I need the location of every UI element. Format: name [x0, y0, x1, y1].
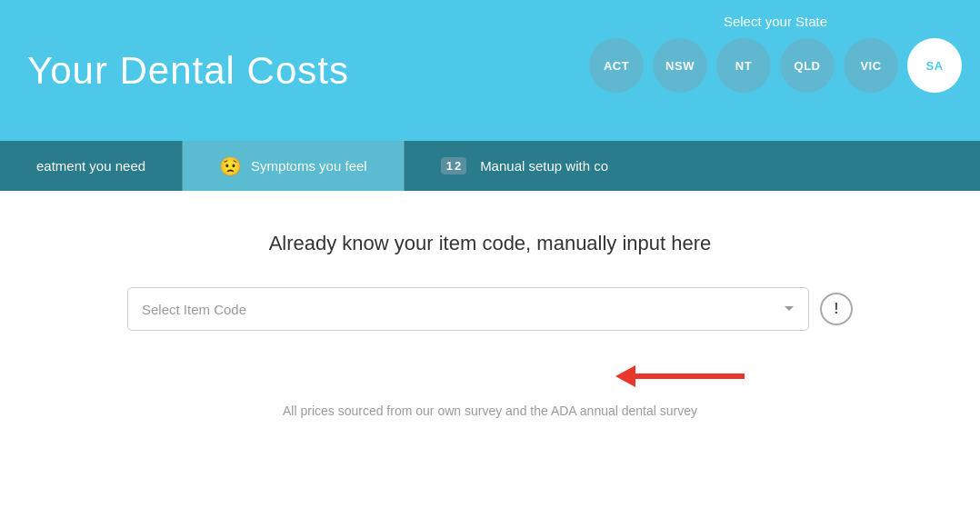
state-btn-sa[interactable]: SA: [907, 38, 962, 93]
symptoms-icon: 😟: [219, 155, 242, 177]
arrow-body: [635, 374, 745, 379]
item-code-select[interactable]: Select Item Code: [127, 287, 809, 331]
nav-item-treatment[interactable]: eatment you need: [0, 141, 182, 191]
state-btn-qld[interactable]: QLD: [780, 38, 835, 93]
state-buttons: ACT NSW NT QLD VIC SA: [589, 38, 962, 93]
state-selector-label: Select your State: [724, 14, 827, 29]
arrow-head: [615, 365, 635, 387]
info-button[interactable]: !: [820, 293, 853, 325]
red-arrow: [615, 365, 745, 387]
main-title: Already know your item code, manually in…: [269, 232, 712, 255]
nav-item-treatment-label: eatment you need: [36, 158, 145, 174]
dropdown-row: Select Item Code !: [127, 287, 853, 331]
state-btn-vic[interactable]: VIC: [844, 38, 898, 93]
manual-number-icon: 12: [441, 157, 466, 174]
nav-item-manual[interactable]: 12 Manual setup with co: [405, 141, 645, 191]
header: Your Dental Costs Select your State ACT …: [0, 0, 980, 141]
info-icon: !: [834, 301, 838, 317]
state-btn-nt[interactable]: NT: [716, 38, 771, 93]
nav-bar: eatment you need 😟 Symptoms you feel 12 …: [0, 141, 980, 191]
arrow-container: [126, 354, 854, 399]
main-content: Already know your item code, manually in…: [0, 191, 980, 418]
nav-item-symptoms-label: Symptoms you feel: [251, 158, 367, 174]
state-btn-nsw[interactable]: NSW: [653, 38, 707, 93]
nav-item-symptoms[interactable]: 😟 Symptoms you feel: [183, 141, 404, 191]
state-btn-act[interactable]: ACT: [589, 38, 644, 93]
page-title: Your Dental Costs: [27, 49, 349, 93]
nav-item-manual-label: Manual setup with co: [480, 158, 608, 174]
state-selector: Select your State ACT NSW NT QLD VIC SA: [589, 14, 962, 93]
footnote: All prices sourced from our own survey a…: [283, 403, 697, 418]
